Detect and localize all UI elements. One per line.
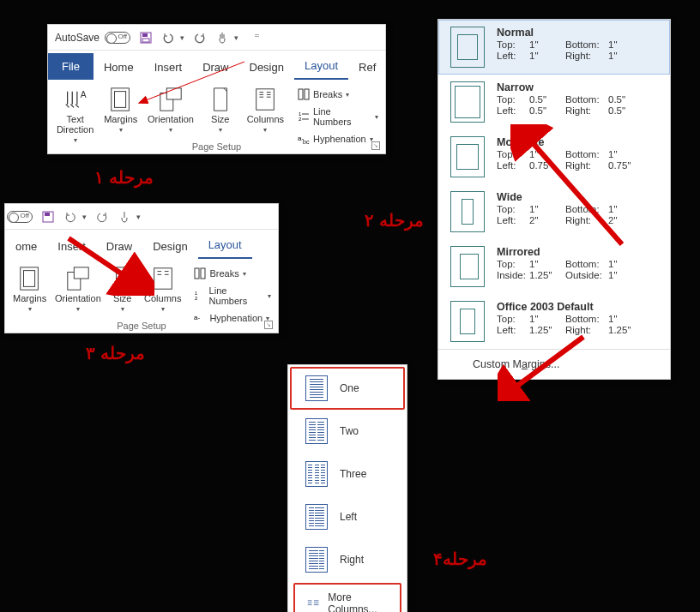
margin-thumb-icon [450, 81, 485, 123]
title-bar: AutoSave ▾ ▾ ⁼ [48, 25, 385, 51]
text-direction-icon: A [63, 87, 88, 112]
tab-references[interactable]: Ref [348, 54, 386, 80]
tab-draw[interactable]: Draw [96, 233, 142, 259]
dialog-launcher-icon[interactable]: ↘ [371, 141, 380, 150]
svg-rect-1 [142, 33, 148, 37]
columns-two[interactable]: Two [290, 410, 405, 453]
save-icon[interactable] [41, 210, 55, 224]
size-icon [208, 87, 233, 112]
tab-home[interactable]: Home [94, 54, 144, 80]
svg-text:2: 2 [299, 117, 302, 122]
autosave-label: AutoSave [55, 32, 100, 44]
toggle-off-icon[interactable] [105, 32, 130, 44]
columns-three[interactable]: Three [290, 453, 405, 495]
tab-insert[interactable]: Insert [144, 54, 193, 80]
margins-option-mirrored[interactable]: Mirrored Top:1"Bottom:1" Inside:1.25"Out… [438, 239, 670, 294]
columns-one[interactable]: One [290, 367, 405, 410]
svg-rect-34 [195, 268, 199, 279]
tabs-bar: File Home Insert Draw Design Layout Ref [48, 51, 385, 80]
svg-rect-29 [154, 268, 172, 289]
size-label: Size [113, 293, 131, 303]
orientation-label: Orientation [148, 114, 194, 124]
chevron-down-icon: ▾ [28, 305, 32, 313]
margins-option-moderate[interactable]: Moderate Top:1"Bottom:1" Left:0.75Right:… [438, 129, 670, 184]
step3-label: مرحله ۳ [86, 343, 145, 363]
redo-icon[interactable] [193, 31, 207, 45]
columns-right[interactable]: Right [290, 538, 405, 581]
tab-draw[interactable]: Draw [192, 54, 238, 80]
margins-option-office-2003-default[interactable]: Office 2003 Default Top:1"Bottom:1" Left… [438, 294, 670, 349]
save-icon[interactable] [139, 31, 153, 45]
chevron-down-icon: ▾ [346, 91, 349, 99]
ribbon-step3: ▾ ▾ ome Insert Draw Design Layout Margin… [4, 203, 279, 333]
svg-rect-28 [74, 267, 88, 279]
group-label: Page Setup [5, 321, 278, 331]
tab-design[interactable]: Design [142, 233, 197, 259]
chevron-down-icon[interactable]: ▾ [180, 33, 184, 42]
breaks-button[interactable]: Breaks ▾ [294, 87, 382, 102]
tabs-bar: ome Insert Draw Design Layout [5, 230, 278, 259]
text-direction-label: Text Direction [57, 114, 94, 135]
undo-icon[interactable] [63, 210, 77, 224]
right-column-icon [305, 547, 328, 573]
two-column-icon [305, 418, 328, 444]
line-numbers-label: Line Numbers [313, 106, 371, 127]
breaks-icon [298, 88, 310, 100]
margin-text: Office 2003 Default Top:1"Bottom:1" Left… [497, 301, 658, 342]
tab-layout[interactable]: Layout [198, 231, 252, 259]
columns-left[interactable]: Left [290, 495, 405, 538]
step1-label: مرحله ۱ [94, 167, 154, 188]
margin-thumb-icon [450, 191, 485, 232]
custom-margins-item[interactable]: Custom Margins... [438, 349, 670, 379]
qat-customize-icon[interactable]: ⁼ [254, 31, 260, 44]
undo-icon[interactable] [161, 31, 175, 45]
tab-layout[interactable]: Layout [294, 52, 348, 80]
margins-option-normal[interactable]: Normal Top:1"Bottom:1" Left:1"Right:1" [438, 20, 670, 75]
margin-thumb-icon [450, 301, 485, 342]
svg-rect-24 [45, 213, 50, 216]
touch-mode-icon[interactable] [215, 31, 229, 45]
columns-label: Columns [144, 293, 181, 303]
margin-name: Office 2003 Default [497, 301, 658, 313]
margins-icon [108, 87, 134, 112]
autosave-toggle[interactable]: AutoSave [55, 32, 130, 44]
breaks-icon [194, 267, 206, 279]
left-column-icon [305, 504, 328, 530]
tab-design[interactable]: Design [239, 54, 294, 80]
columns-three-label: Three [340, 468, 366, 480]
margin-name: Mirrored [497, 246, 658, 258]
tab-file[interactable]: File [48, 53, 94, 80]
margin-name: Narrow [497, 81, 658, 93]
ribbon-body: A Text Direction▾ Margins▾ Orientation▾ … [48, 80, 385, 153]
margins-option-narrow[interactable]: Narrow Top:0.5"Bottom:0.5" Left:0.5"Righ… [438, 75, 670, 129]
margin-text: Wide Top:1"Bottom:1" Left:2"Right:2" [497, 191, 658, 232]
margins-option-wide[interactable]: Wide Top:1"Bottom:1" Left:2"Right:2" [438, 184, 670, 239]
breaks-button[interactable]: Breaks ▾ [190, 266, 275, 281]
chevron-down-icon[interactable]: ▾ [82, 213, 87, 221]
svg-rect-35 [201, 268, 205, 279]
tab-insert[interactable]: Insert [47, 233, 96, 259]
line-numbers-icon: 12 [194, 290, 205, 302]
touch-mode-icon[interactable] [118, 210, 131, 224]
chevron-down-icon: ▾ [76, 305, 80, 313]
dialog-launcher-icon[interactable]: ↘ [264, 321, 273, 329]
redo-icon[interactable] [95, 210, 109, 224]
more-columns-item[interactable]: More Columns... [293, 583, 401, 612]
margin-thumb-icon [450, 136, 485, 177]
toggle-off-icon[interactable] [7, 211, 33, 223]
group-label: Page Setup [48, 141, 385, 152]
size-icon [110, 266, 136, 291]
svg-text:A: A [80, 90, 86, 99]
chevron-down-icon[interactable]: ▾ [234, 33, 238, 42]
line-numbers-button[interactable]: 12Line Numbers ▾ [190, 284, 275, 308]
tab-home[interactable]: ome [5, 233, 47, 259]
chevron-down-icon: ▾ [243, 270, 246, 278]
title-bar: ▾ ▾ [5, 204, 278, 230]
chevron-down-icon[interactable]: ▾ [136, 213, 141, 221]
columns-icon [252, 87, 278, 112]
orientation-label: Orientation [55, 293, 101, 303]
columns-two-label: Two [340, 425, 359, 437]
margin-name: Normal [497, 27, 658, 39]
svg-text:2: 2 [195, 296, 197, 301]
line-numbers-button[interactable]: 12Line Numbers ▾ [294, 105, 382, 129]
